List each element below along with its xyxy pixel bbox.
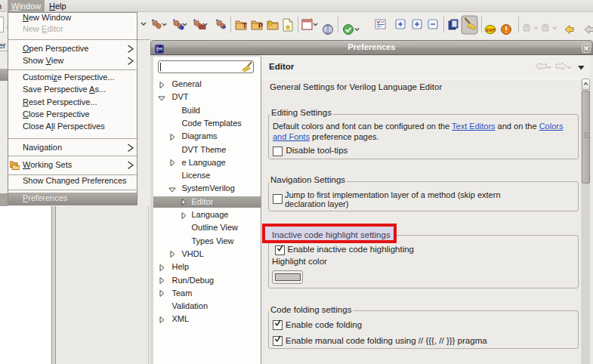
svg-text:EXIT: EXIT	[486, 28, 496, 32]
svg-text:T: T	[242, 22, 247, 29]
svg-text:P: P	[258, 22, 263, 29]
